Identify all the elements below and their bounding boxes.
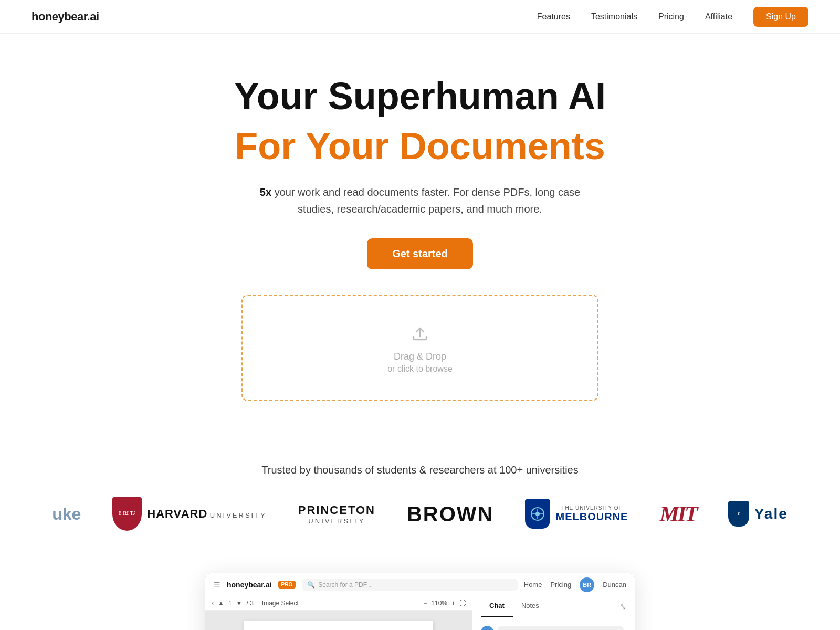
toolbar-down[interactable]: ▼ xyxy=(236,600,243,607)
nav-features[interactable]: Features xyxy=(537,12,570,22)
toolbar-prev[interactable]: ‹ xyxy=(212,600,214,607)
hero-5x: 5x xyxy=(260,186,271,198)
hero-description: 5x your work and read documents faster. … xyxy=(242,184,598,217)
harvard-shield-icon: VE RI TAS xyxy=(112,497,142,531)
app-nav-home[interactable]: Home xyxy=(524,581,542,589)
melbourne-text: THE UNIVERSITY OF MELBOURNE xyxy=(555,505,628,523)
browse-text: or click to browse xyxy=(264,364,576,374)
toolbar-fullscreen[interactable]: ⛶ xyxy=(459,600,466,607)
toolbar-zoom-in[interactable]: + xyxy=(452,600,455,607)
svg-point-3 xyxy=(536,512,540,516)
toolbar-zoom: 110% xyxy=(431,600,447,607)
nav-affiliate[interactable]: Affiliate xyxy=(705,12,732,22)
logo[interactable]: honeybear.ai xyxy=(32,10,99,24)
search-icon: 🔍 xyxy=(307,581,315,589)
princeton-text: PRINCETON UNIVERSITY xyxy=(298,503,375,525)
harvard-sub: UNIVERSITY xyxy=(210,511,267,519)
app-topbar: ☰ honeybear.ai PRO 🔍 Search for a PDF...… xyxy=(205,573,635,596)
app-user-initials: BR xyxy=(583,582,591,588)
toolbar-img-select: Image Select xyxy=(262,600,299,607)
hero-subtitle: For Your Documents xyxy=(10,125,830,167)
navbar: honeybear.ai Features Testimonials Prici… xyxy=(0,0,840,34)
toolbar-page-3: / 3 xyxy=(246,600,253,607)
yale-shield-icon: Y xyxy=(728,501,749,527)
nav-testimonials[interactable]: Testimonials xyxy=(591,12,637,22)
hero-desc-body: your work and read documents faster. For… xyxy=(271,186,580,215)
app-doc-page: 2. Estimation strategy and data xyxy=(244,621,433,630)
melbourne-logo: THE UNIVERSITY OF MELBOURNE xyxy=(525,499,628,529)
app-body: ‹ ▲ 1 ▼ / 3 Image Select − 110% + ⛶ 2. E… xyxy=(205,596,635,630)
toolbar-up[interactable]: ▲ xyxy=(218,600,224,607)
app-pro-badge: PRO xyxy=(278,581,296,589)
yale-name: Yale xyxy=(754,506,788,522)
princeton-logo: PRINCETON UNIVERSITY xyxy=(298,503,375,525)
hero-section: Your Superhuman AI For Your Documents 5x… xyxy=(0,34,840,454)
drag-drop-text: Drag & Drop xyxy=(264,351,576,362)
app-avatar: BR xyxy=(580,578,594,592)
app-doc-area: ‹ ▲ 1 ▼ / 3 Image Select − 110% + ⛶ 2. E… xyxy=(205,596,472,630)
harvard-text: HARVARD UNIVERSITY xyxy=(147,507,266,521)
app-chat-messages: BR What does the author specifically say… xyxy=(472,617,635,630)
toolbar-page-num: 1 xyxy=(228,600,232,607)
app-doc-content: 2. Estimation strategy and data xyxy=(205,611,472,630)
notes-tab[interactable]: Notes xyxy=(513,596,548,617)
harvard-name: HARVARD xyxy=(147,507,207,520)
app-doc-toolbar: ‹ ▲ 1 ▼ / 3 Image Select − 110% + ⛶ xyxy=(205,596,472,611)
app-chat-panel: Chat Notes ⤡ BR What does the author spe… xyxy=(472,596,635,630)
hero-title: Your Superhuman AI xyxy=(10,76,830,117)
search-placeholder: Search for a PDF... xyxy=(318,581,371,589)
melbourne-shield-icon xyxy=(525,499,550,529)
nav-links: Features Testimonials Pricing Affiliate … xyxy=(537,7,808,27)
app-screenshot: ☰ honeybear.ai PRO 🔍 Search for a PDF...… xyxy=(205,573,635,630)
toolbar-zoom-out[interactable]: − xyxy=(423,600,427,607)
melbourne-main: MELBOURNE xyxy=(555,511,628,523)
app-logo: honeybear.ai xyxy=(227,581,272,589)
nav-pricing[interactable]: Pricing xyxy=(658,12,684,22)
minimize-icon[interactable]: ⤡ xyxy=(620,596,626,617)
universities-row: uke VE RI TAS HARVARD UNIVERSITY PRINCET… xyxy=(0,497,840,531)
app-chat-tabs: Chat Notes ⤡ xyxy=(472,596,635,617)
brown-logo: BROWN xyxy=(407,502,494,526)
brown-name: BROWN xyxy=(407,502,494,526)
signup-button[interactable]: Sign Up xyxy=(753,7,808,27)
princeton-sub: UNIVERSITY xyxy=(298,517,375,525)
app-search[interactable]: 🔍 Search for a PDF... xyxy=(302,579,517,591)
trusted-section: Trusted by thousands of students & resea… xyxy=(0,454,840,552)
svg-text:VE
RI
TAS: VE RI TAS xyxy=(119,510,135,516)
sidebar-toggle-icon: ☰ xyxy=(214,581,220,589)
upload-icon xyxy=(264,322,576,345)
princeton-name: PRINCETON xyxy=(298,503,375,517)
chat-user-avatar: BR xyxy=(481,626,494,630)
duke-logo: uke xyxy=(52,505,81,524)
screenshot-section: ☰ honeybear.ai PRO 🔍 Search for a PDF...… xyxy=(0,552,840,630)
duke-name: uke xyxy=(52,505,81,524)
get-started-button[interactable]: Get started xyxy=(367,238,473,269)
chat-message-user: BR What does the author specifically say… xyxy=(481,626,626,630)
app-username: Duncan xyxy=(603,581,626,589)
melbourne-top: THE UNIVERSITY OF xyxy=(555,505,628,511)
app-nav-links: Home Pricing BR Duncan xyxy=(524,578,626,592)
chat-bubble: What does the author specifically say ab… xyxy=(498,626,624,630)
svg-text:Y: Y xyxy=(737,511,740,516)
trusted-title: Trusted by thousands of students & resea… xyxy=(0,464,840,476)
chat-tab[interactable]: Chat xyxy=(481,596,513,617)
mit-logo: MIT xyxy=(659,501,696,527)
yale-logo: Y Yale xyxy=(728,501,788,527)
file-dropzone[interactable]: Drag & Drop or click to browse xyxy=(242,295,598,401)
harvard-logo: VE RI TAS HARVARD UNIVERSITY xyxy=(112,497,266,531)
mit-name: MIT xyxy=(659,501,696,527)
app-nav-pricing[interactable]: Pricing xyxy=(550,581,571,589)
